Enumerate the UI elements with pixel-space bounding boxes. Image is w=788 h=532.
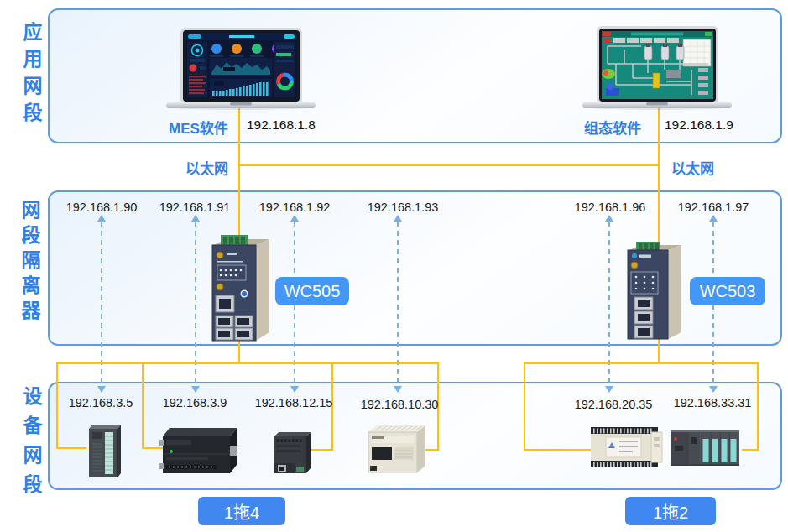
mes-software-label: MES软件 (169, 117, 228, 138)
plc-ip-3: 192.168.12.15 (255, 396, 333, 409)
bus-drop-5 (524, 362, 525, 451)
ip-mapping-arrow-1 (97, 215, 107, 394)
wc505-wan-ip-4: 192.168.1.93 (368, 201, 439, 214)
plc-ip-4: 192.168.10.30 (361, 398, 439, 411)
ethernet-label-left: 以太网 (185, 157, 228, 178)
wc503-wan-ip-1: 192.168.1.96 (575, 201, 646, 214)
wc503-wan-ip-2: 192.168.1.97 (678, 201, 749, 214)
scada-hmi-laptop-icon (582, 26, 732, 110)
siemens-s7-200-plc-icon (159, 423, 238, 480)
wc505-gateway-icon (207, 235, 274, 342)
ethernet-line-scada-drop (658, 106, 660, 243)
arrow-up-icon (394, 215, 402, 222)
bus-stub-6 (742, 449, 759, 451)
ip-mapping-arrow-2 (190, 215, 201, 394)
bus-drop-2 (142, 362, 144, 449)
ip-mapping-arrow-5 (604, 215, 614, 394)
bus-line-left-horizontal (56, 362, 439, 364)
arrow-down-icon (605, 386, 613, 393)
wc505-badge: WC505 (275, 277, 349, 305)
plc-ip-6: 192.168.33.31 (674, 396, 752, 409)
arrow-up-icon (709, 215, 718, 222)
siemens-s7-1200-plc-icon (271, 430, 313, 477)
scada-software-label: 组态软件 (584, 117, 641, 138)
ip-mapping-arrow-4 (393, 215, 403, 394)
arrow-up-icon (290, 215, 299, 222)
bus-drop-1 (56, 362, 58, 449)
one-to-four-button: 1拖4 (198, 497, 285, 525)
plc-ip-5: 192.168.20.35 (575, 398, 653, 411)
ethernet-line-mes-drop (238, 106, 240, 238)
arrow-up-icon (191, 215, 200, 222)
wc503-gateway-icon (624, 242, 686, 341)
arrow-down-icon (290, 386, 299, 393)
bus-stub-5 (524, 449, 591, 451)
network-topology-diagram: 应用网段 网段隔离器 设备网段 (0, 0, 788, 532)
bus-line-wc505-down (238, 341, 240, 364)
one-to-two-button: 1拖2 (625, 497, 716, 525)
siemens-s7-300-plc-icon (84, 422, 124, 481)
arrow-down-icon (394, 386, 402, 393)
section-label-device: 设备网段 (17, 386, 45, 503)
arrow-up-icon (605, 215, 613, 222)
arrow-down-icon (191, 386, 200, 393)
arrow-down-icon (709, 386, 718, 393)
wc505-wan-ip-2: 192.168.1.91 (159, 201, 231, 214)
arrow-down-icon (97, 386, 106, 393)
plc-ip-2: 192.168.3.9 (163, 396, 227, 409)
scada-ip: 192.168.1.9 (665, 117, 733, 133)
ethernet-line-horizontal (238, 164, 660, 166)
bus-line-wc503-down (658, 339, 660, 364)
section-label-isolator: 网段隔离器 (15, 200, 44, 326)
mitsubishi-fx-plc-icon (365, 422, 429, 481)
section-label-application: 应用网段 (17, 22, 45, 129)
wc505-wan-ip-1: 192.168.1.90 (66, 201, 138, 214)
bus-drop-6 (757, 362, 759, 451)
mitsubishi-q-plc-icon (669, 427, 743, 471)
wc505-wan-ip-3: 192.168.1.92 (259, 201, 331, 214)
plc-ip-1: 192.168.3.5 (69, 396, 133, 409)
ethernet-label-right: 以太网 (671, 157, 714, 178)
mes-ip: 192.168.1.8 (247, 117, 316, 133)
bus-stub-1 (56, 447, 86, 449)
arrow-up-icon (97, 215, 106, 222)
wc503-badge: WC503 (690, 277, 765, 305)
bus-line-right-horizontal (524, 362, 759, 364)
delta-dvp-plc-icon (589, 425, 665, 471)
mes-dashboard-laptop-icon (166, 28, 316, 110)
